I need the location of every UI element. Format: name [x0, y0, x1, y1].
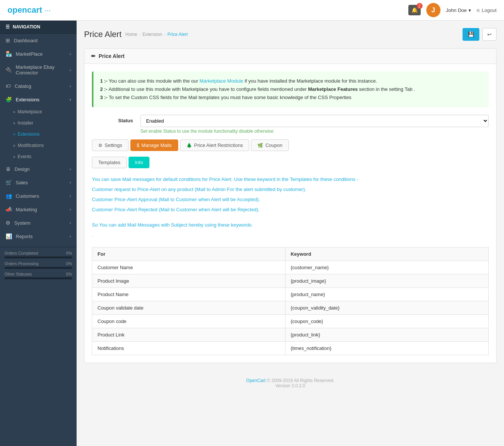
arrow-icon: ›: [69, 194, 71, 198]
stat-label-text: Other Statuses: [4, 272, 32, 276]
info-line-1: 1 :- You can also use this module with t…: [100, 77, 482, 85]
info-line-customer-request: Customer request to Price-Alert on any p…: [92, 186, 489, 194]
info-num-1: 1 :-: [100, 78, 108, 84]
table-header-keyword: Keyword: [285, 247, 488, 261]
table-cell-for: Product Image: [92, 274, 285, 288]
sidebar-item-reports[interactable]: 📊 Reports ›: [0, 230, 77, 243]
table-cell-keyword: {product_name}: [285, 288, 488, 301]
sidebar-item-label: Dashboard: [14, 38, 38, 43]
sidebar-sub-modifications[interactable]: Modifications: [0, 140, 77, 151]
system-icon: ⚙: [6, 220, 10, 226]
sub-label: Events: [18, 154, 31, 159]
arrow-icon: ›: [69, 84, 71, 88]
table-row: Product Image {product_image}: [92, 274, 489, 288]
tab-settings[interactable]: ⚙ Settings: [92, 139, 129, 151]
coupon-icon: 🌿: [257, 143, 263, 148]
customers-icon: 👥: [6, 193, 12, 199]
back-button[interactable]: ↩: [482, 28, 497, 41]
table-cell-keyword: {times_notification}: [285, 342, 488, 355]
table-cell-keyword: {product_image}: [285, 274, 488, 288]
breadcrumb-current: Price Alert: [167, 32, 188, 37]
table-cell-for: Coupon validate date: [92, 301, 285, 315]
marketing-icon: 📣: [6, 206, 12, 212]
sidebar-item-label: Sales: [16, 180, 28, 185]
sidebar-item-dashboard[interactable]: ⊞ Dashboard: [0, 34, 77, 47]
save-button[interactable]: 💾: [463, 28, 479, 41]
tab-manage-mails[interactable]: $ Manage Mails: [130, 139, 178, 151]
arrow-icon: ›: [69, 68, 71, 72]
header-actions: 💾 ↩: [463, 28, 497, 41]
page-title: Price Alert: [84, 30, 121, 39]
arrow-icon: ›: [69, 97, 71, 102]
price-alert-icon: 🌲: [186, 143, 192, 148]
extensions-icon: 🧩: [6, 96, 12, 102]
sub-label: Marketplace: [18, 109, 42, 114]
info-dot: .: [92, 231, 489, 239]
info-num-3: 3 :-: [100, 95, 108, 100]
user-menu[interactable]: John Doe ▾: [446, 7, 471, 13]
tab-coupon[interactable]: 🌿 Coupon: [251, 139, 289, 151]
notification-bell[interactable]: 🔔 2: [408, 5, 421, 15]
notification-count: 2: [417, 3, 423, 9]
sidebar-item-label: Marketplace Ebay Connector: [16, 64, 69, 76]
tab-templates-label: Templates: [98, 160, 120, 165]
footer-brand-link[interactable]: OpenCart: [246, 378, 266, 383]
tab-templates[interactable]: Templates: [92, 157, 127, 168]
sidebar-sub-events[interactable]: Events: [0, 151, 77, 162]
marketplace-module-link[interactable]: Marketplace Module: [200, 78, 243, 84]
sidebar-item-label: Design: [15, 166, 30, 172]
table-cell-keyword: {coupon_code}: [285, 315, 488, 328]
design-icon: 🖥: [6, 166, 11, 172]
sidebar-item-customers[interactable]: 👥 Customers ›: [0, 189, 77, 203]
manage-mails-icon: $: [137, 143, 139, 148]
table-cell-keyword: {customer_name}: [285, 261, 488, 274]
sidebar-item-label: MarketPlace: [16, 51, 43, 57]
info-line-3: 3 :- To set the Custom CSS fields for th…: [100, 93, 482, 102]
sidebar-item-marketplace[interactable]: 🏪 MarketPlace ›: [0, 47, 77, 61]
tab-info-label: Info: [135, 160, 143, 165]
reports-icon: 📊: [6, 233, 12, 239]
tab-coupon-label: Coupon: [265, 142, 282, 148]
hamburger-icon: ☰: [6, 24, 10, 30]
status-select[interactable]: Enabled Disabled: [140, 115, 489, 127]
footer-version: Version 3.0.2.0: [92, 383, 489, 388]
sidebar: ☰ NAVIGATION ⊞ Dashboard 🏪 MarketPlace ›…: [0, 21, 77, 446]
stat-other-statuses: Other Statuses 0%: [4, 272, 72, 279]
sidebar-item-sales[interactable]: 🛒 Sales ›: [0, 176, 77, 189]
page-header: Price Alert Home › Extension › Price Ale…: [84, 28, 497, 41]
card-body: 1 :- You can also use this module with t…: [84, 64, 496, 363]
breadcrumb-extension[interactable]: Extension: [142, 32, 162, 37]
sidebar-sub-marketplace[interactable]: Marketplace: [0, 106, 77, 117]
sidebar-item-catalog[interactable]: 🏷 Catalog ›: [0, 79, 77, 93]
sidebar-item-system[interactable]: ⚙ System ›: [0, 216, 77, 230]
keywords-table: For Keyword Customer Name {customer_name…: [92, 247, 489, 355]
sidebar-item-design[interactable]: 🖥 Design ›: [0, 162, 77, 176]
breadcrumb-home[interactable]: Home: [125, 32, 137, 37]
info-box: 1 :- You can also use this module with t…: [92, 71, 489, 107]
stat-orders-completed: Orders Completed 0%: [4, 251, 72, 258]
sidebar-sub-extensions[interactable]: Extensions: [0, 129, 77, 140]
sidebar-sub-installer[interactable]: Installer: [0, 117, 77, 129]
logo-icon: ···: [44, 6, 51, 15]
logout-icon: ⎋: [477, 7, 480, 13]
sidebar-item-ebay-connector[interactable]: 🔌 Marketplace Ebay Connector ›: [0, 61, 77, 79]
table-row: Product Name {product_name}: [92, 288, 489, 301]
card-header: ✏ Price Alert: [84, 49, 496, 64]
sidebar-item-extensions[interactable]: 🧩 Extensions ›: [0, 93, 77, 106]
table-cell-keyword: {coupon_validity_date}: [285, 301, 488, 315]
sidebar-item-marketing[interactable]: 📣 Marketing ›: [0, 203, 77, 216]
nav-header-label: NAVIGATION: [13, 24, 40, 30]
logout-button[interactable]: ⎋ Logout: [477, 7, 497, 13]
sub-label: Modifications: [18, 143, 44, 148]
tab-info[interactable]: Info: [129, 157, 149, 168]
tab-price-alert-restrictions[interactable]: 🌲 Price Alert Restrictions: [180, 139, 250, 151]
top-header: opencart ··· 🔔 2 J John Doe ▾ ⎋ Logout: [0, 0, 504, 21]
tab-settings-label: Settings: [105, 142, 122, 148]
tab-manage-mails-label: Manage Mails: [142, 142, 172, 148]
sidebar-item-label: Reports: [16, 234, 33, 239]
status-control: Enabled Disabled Set enable Status to us…: [140, 115, 489, 134]
table-header-for: For: [92, 247, 285, 261]
table-row: Customer Name {customer_name}: [92, 261, 489, 274]
ebay-connector-icon: 🔌: [6, 67, 12, 73]
stat-value: 0%: [66, 272, 72, 276]
